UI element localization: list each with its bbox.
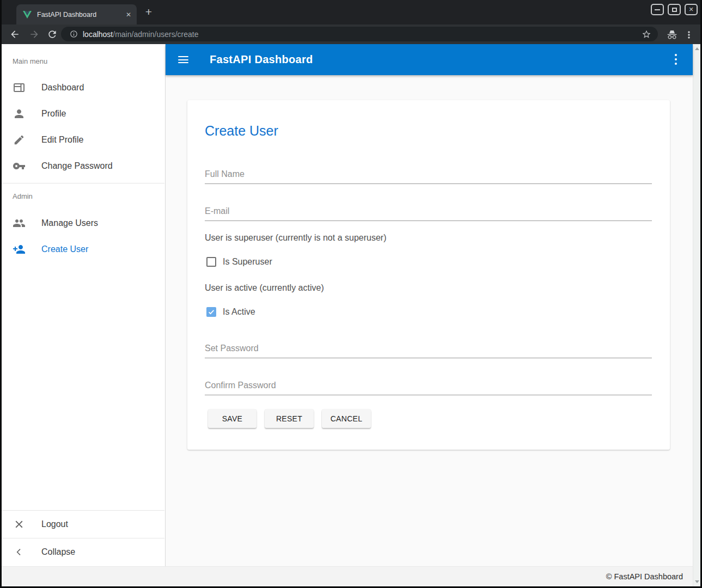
checkbox-checked-icon [206,307,216,317]
input-underline [205,395,652,395]
key-icon [13,160,26,173]
sidebar-divider [2,183,164,183]
page-title: Create User [205,123,278,139]
sidebar: Main menu Dashboard Profile Edit Profile… [2,44,166,566]
sidebar-item-label: Logout [41,519,68,529]
sidebar-section-admin: Admin [13,192,33,200]
vertical-scrollbar[interactable] [693,44,700,586]
url-path: /main/admin/users/create [113,30,198,39]
app-header: FastAPI Dashboard [166,44,693,75]
sidebar-item-create-user[interactable]: Create User [2,236,164,262]
site-info-icon[interactable] [70,30,78,38]
sidebar-section-main-menu: Main menu [13,57,47,65]
url-host: localhost [83,30,113,39]
set-password-field[interactable] [205,342,652,355]
main-area: FastAPI Dashboard Create User User is su… [166,44,693,566]
sidebar-item-collapse[interactable]: Collapse [2,538,164,566]
menu-icon[interactable] [178,56,188,63]
window-controls: ✕ [651,4,698,15]
full-name-field[interactable] [205,168,652,181]
back-button[interactable] [9,29,20,40]
vue-logo-icon [23,11,32,19]
form-buttons: SAVE RESET CANCEL [208,409,371,428]
reset-button[interactable]: RESET [265,409,314,428]
sidebar-item-label: Create User [41,244,88,254]
sidebar-item-label: Dashboard [41,83,84,93]
tab-close-icon[interactable]: ✕ [126,11,131,18]
maximize-button[interactable] [668,4,681,15]
confirm-password-field[interactable] [205,379,652,392]
input-underline [205,358,652,358]
save-button[interactable]: SAVE [208,409,257,428]
incognito-icon [667,29,677,40]
email-field[interactable] [205,205,652,218]
chevron-left-icon [13,546,26,559]
close-icon [13,518,26,531]
input-underline [205,220,652,221]
sidebar-item-edit-profile[interactable]: Edit Profile [2,127,164,153]
person-add-icon [13,243,26,256]
create-user-card: Create User User is superuser (currently… [187,100,670,450]
bookmark-star-icon[interactable] [642,29,651,39]
browser-toolbar: localhost/main/admin/users/create [2,24,700,44]
cancel-button[interactable]: CANCEL [322,409,371,428]
input-underline [205,183,652,184]
kebab-menu-icon[interactable] [675,54,677,67]
people-icon [13,217,26,230]
is-superuser-checkbox[interactable]: Is Superuser [206,257,272,267]
sidebar-item-label: Profile [41,109,66,119]
scroll-up-arrow-icon[interactable] [695,47,699,50]
close-window-icon: ✕ [688,7,693,13]
is-active-checkbox[interactable]: Is Active [206,307,255,317]
sidebar-item-label: Manage Users [41,218,98,228]
tab-strip: FastAPI Dashboard ✕ + ✕ [2,0,700,24]
browser-chrome: FastAPI Dashboard ✕ + ✕ localhost/main/a… [2,0,700,44]
superuser-note: User is superuser (currently is not a su… [205,233,386,243]
app-title: FastAPI Dashboard [210,53,313,66]
minimize-button[interactable] [651,4,664,15]
sidebar-item-label: Change Password [41,161,113,171]
reload-button[interactable] [47,29,58,40]
tab-title: FastAPI Dashboard [37,11,121,19]
sidebar-item-dashboard[interactable]: Dashboard [2,75,164,101]
address-bar[interactable]: localhost/main/admin/users/create [61,27,658,41]
forward-button[interactable] [29,29,40,40]
maximize-icon [672,8,677,12]
sidebar-item-profile[interactable]: Profile [2,101,164,127]
sidebar-item-label: Edit Profile [41,135,83,145]
sidebar-item-change-password[interactable]: Change Password [2,153,164,179]
sidebar-item-logout[interactable]: Logout [2,510,164,538]
person-icon [13,107,26,120]
checkbox-label: Is Active [223,307,255,317]
pencil-icon [13,133,26,146]
dashboard-icon [13,81,26,94]
new-tab-button[interactable]: + [142,6,155,19]
sidebar-item-manage-users[interactable]: Manage Users [2,210,164,236]
checkbox-unchecked-icon [206,257,216,267]
sidebar-item-label: Collapse [41,547,75,557]
page-viewport: Main menu Dashboard Profile Edit Profile… [2,44,700,586]
page-footer: © FastAPI Dashboard [2,566,693,586]
browser-menu-icon[interactable] [683,29,694,40]
minimize-icon [655,9,660,10]
active-note: User is active (currently active) [205,283,324,293]
checkbox-label: Is Superuser [223,257,272,267]
browser-tab[interactable]: FastAPI Dashboard ✕ [16,4,137,24]
content-area: Create User User is superuser (currently… [166,75,693,566]
url-text: localhost/main/admin/users/create [83,30,642,39]
close-window-button[interactable]: ✕ [685,4,698,15]
scroll-down-arrow-icon[interactable] [695,580,699,583]
footer-text: © FastAPI Dashboard [606,572,683,581]
